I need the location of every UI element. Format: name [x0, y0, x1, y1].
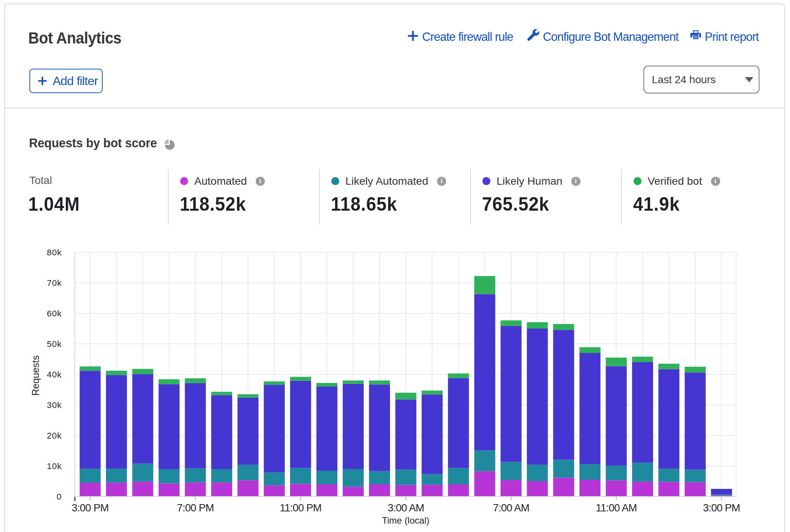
svg-text:0: 0	[56, 492, 62, 501]
svg-text:60k: 60k	[47, 309, 62, 318]
svg-text:20k: 20k	[47, 431, 62, 440]
svg-text:Time (local): Time (local)	[382, 515, 429, 526]
svg-text:40k: 40k	[47, 370, 62, 379]
svg-text:30k: 30k	[47, 400, 62, 410]
svg-text:50k: 50k	[47, 339, 62, 349]
svg-text:7:00 PM: 7:00 PM	[177, 502, 214, 514]
svg-text:10k: 10k	[47, 461, 62, 471]
svg-text:3:00 AM: 3:00 AM	[388, 502, 424, 514]
svg-text:3:00 PM: 3:00 PM	[703, 502, 740, 514]
svg-text:70k: 70k	[47, 278, 62, 288]
svg-text:7:00 AM: 7:00 AM	[493, 502, 529, 514]
svg-text:Requests: Requests	[30, 355, 41, 396]
svg-text:11:00 PM: 11:00 PM	[280, 502, 321, 514]
svg-text:11:00 AM: 11:00 AM	[596, 502, 637, 514]
svg-text:3:00 PM: 3:00 PM	[72, 502, 109, 514]
svg-text:80k: 80k	[47, 248, 62, 257]
